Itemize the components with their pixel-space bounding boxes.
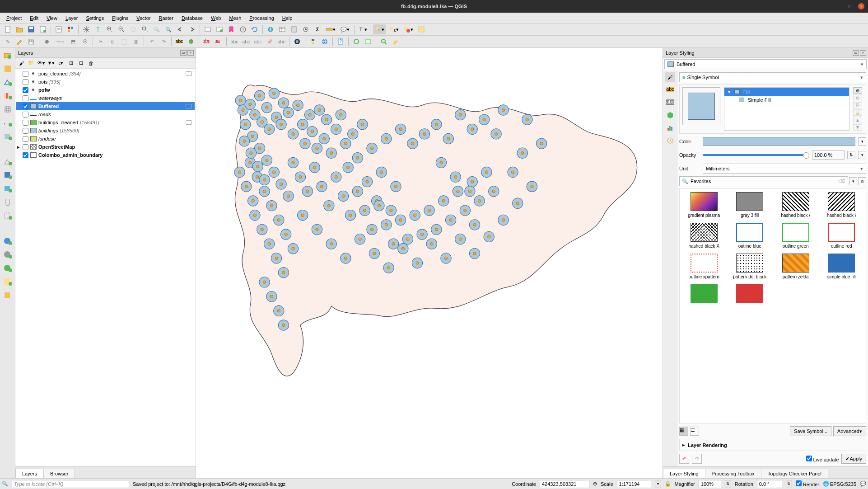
layer-row[interactable]: Buffered bbox=[16, 102, 195, 110]
layer-visibility-checkbox[interactable] bbox=[23, 136, 28, 142]
help-icon[interactable]: ? bbox=[336, 37, 345, 47]
symbol-swatch[interactable]: hashed black / bbox=[775, 192, 817, 218]
new-temp-icon[interactable] bbox=[2, 197, 13, 208]
menu-vector[interactable]: Vector bbox=[133, 14, 154, 22]
window-maximize-icon[interactable]: □ bbox=[846, 3, 853, 9]
zoom-next-icon[interactable] bbox=[187, 24, 197, 34]
maptips-icon[interactable]: 💬▾ bbox=[339, 24, 351, 34]
browser-tab[interactable]: Browser bbox=[43, 469, 75, 478]
dup-symbol-icon[interactable]: ⎘ bbox=[853, 102, 862, 108]
delete-icon[interactable]: 🗑 bbox=[131, 37, 141, 47]
qms-icon[interactable] bbox=[379, 37, 389, 47]
remove-symbol-layer-icon[interactable]: ⊖ bbox=[853, 94, 862, 101]
crs-button[interactable]: 🌐EPSG:5235 bbox=[823, 481, 856, 487]
undo-style-icon[interactable]: ↶ bbox=[679, 454, 689, 464]
new-shapefile-icon[interactable] bbox=[2, 156, 13, 167]
undo-icon[interactable]: ↶ bbox=[147, 37, 157, 47]
rotate-label-icon[interactable]: abc bbox=[241, 37, 251, 47]
opacity-step-icon[interactable]: ⇅ bbox=[847, 151, 855, 159]
add-mesh-icon[interactable] bbox=[2, 104, 13, 115]
window-minimize-icon[interactable]: — bbox=[835, 3, 841, 9]
gallery-list-icon[interactable]: ☰ bbox=[690, 427, 699, 436]
highlight-label-icon[interactable]: abc bbox=[202, 37, 212, 47]
symbol-swatch[interactable] bbox=[683, 284, 725, 305]
labels-icon[interactable]: abc bbox=[174, 37, 184, 47]
coordinate-field[interactable]: 424323,503321 bbox=[540, 480, 589, 488]
layer-row[interactable]: buildings_cleaned [158491] bbox=[16, 118, 195, 127]
filter-legend-icon[interactable]: ▼▾ bbox=[47, 59, 55, 67]
symbol-tree[interactable]: ▾ Fill Simple Fill bbox=[724, 87, 849, 131]
qms-add-icon[interactable] bbox=[391, 37, 401, 47]
layer-row[interactable]: pofw bbox=[16, 86, 195, 94]
show-bookmarks-icon[interactable] bbox=[226, 24, 236, 34]
layer-selector[interactable]: Buffered bbox=[664, 59, 867, 69]
menu-mesh[interactable]: Mesh bbox=[225, 14, 245, 22]
messages-icon[interactable]: 💬 bbox=[860, 481, 866, 487]
wfs-icon[interactable] bbox=[2, 263, 13, 274]
color-picker[interactable] bbox=[703, 137, 855, 146]
opacity-option-icon[interactable]: ▾ bbox=[858, 151, 866, 159]
menu-raster[interactable]: Raster bbox=[155, 14, 177, 22]
symbol-swatch[interactable] bbox=[729, 284, 771, 305]
wcs-icon[interactable] bbox=[2, 249, 13, 260]
layer-visibility-checkbox[interactable] bbox=[23, 112, 28, 118]
panel-float-icon[interactable]: ▭ bbox=[853, 50, 859, 56]
new-geopackage-icon[interactable] bbox=[2, 63, 13, 74]
zoom-out-icon[interactable] bbox=[117, 24, 126, 34]
menu-processing[interactable]: Processing bbox=[246, 14, 277, 22]
magnifier-field[interactable]: 100% bbox=[699, 480, 721, 488]
symbol-swatch[interactable]: gray 3 fill bbox=[729, 192, 771, 218]
add-symbol-layer-icon[interactable]: ⊕ bbox=[853, 87, 862, 94]
layer-visibility-checkbox[interactable] bbox=[23, 120, 28, 126]
new-map-view-icon[interactable] bbox=[203, 24, 213, 34]
expand-icon[interactable]: ⊞ bbox=[67, 59, 75, 67]
layers-tab[interactable]: Layers bbox=[15, 469, 44, 478]
layer-visibility-checkbox[interactable] bbox=[23, 152, 28, 158]
layer-row[interactable]: waterways bbox=[16, 94, 195, 102]
gallery-grid-icon[interactable]: ▦ bbox=[679, 427, 688, 436]
save-symbol-button[interactable]: Save Symbol... bbox=[790, 426, 831, 436]
quickosm2-icon[interactable] bbox=[363, 37, 373, 47]
layer-row[interactable]: landuse bbox=[16, 135, 195, 143]
move-feature-icon[interactable]: ⬒ bbox=[68, 37, 78, 47]
lock-scale-icon[interactable]: 🔒 bbox=[665, 481, 671, 487]
labels-tab-icon[interactable]: abc bbox=[665, 85, 675, 95]
layer-indicator-icon[interactable] bbox=[186, 120, 192, 125]
zoom-full-icon[interactable] bbox=[140, 24, 150, 34]
add-feature-icon[interactable]: ⬟ bbox=[42, 37, 52, 47]
tab-topology-checker[interactable]: Topology Checker Panel bbox=[761, 469, 828, 478]
search-filter-icon[interactable]: ▾ bbox=[849, 177, 857, 185]
new-spatialite-icon[interactable] bbox=[2, 170, 13, 181]
symbol-swatch[interactable]: outline green bbox=[775, 223, 817, 249]
paste-icon[interactable]: 📋 bbox=[119, 37, 129, 47]
pan-icon[interactable] bbox=[81, 24, 91, 34]
locator-input[interactable]: Type to locate (Ctrl+K) bbox=[12, 480, 129, 488]
filter-expr-icon[interactable]: ε▾ bbox=[57, 59, 65, 67]
layer-visibility-checkbox[interactable] bbox=[23, 95, 28, 101]
layer-visibility-checkbox[interactable] bbox=[23, 79, 28, 85]
add-csv-icon[interactable]: , bbox=[2, 118, 13, 128]
map-canvas[interactable] bbox=[196, 48, 663, 478]
cut-icon[interactable]: ✂ bbox=[96, 37, 106, 47]
move-up-icon[interactable]: ▲ bbox=[853, 117, 862, 123]
add-vector-icon[interactable] bbox=[2, 77, 13, 88]
render-checkbox[interactable]: Render bbox=[796, 480, 819, 487]
zoom-last-icon[interactable] bbox=[175, 24, 185, 34]
menu-settings[interactable]: Settings bbox=[82, 14, 107, 22]
menu-layer[interactable]: Layer bbox=[62, 14, 82, 22]
new-gpkg-icon[interactable] bbox=[2, 183, 13, 194]
3d-tab-icon[interactable] bbox=[665, 110, 675, 120]
rot-step-icon[interactable]: ⇅ bbox=[786, 480, 792, 488]
select-features-icon[interactable]: ▾ bbox=[373, 24, 386, 34]
layer-row[interactable]: roads bbox=[16, 110, 195, 118]
digitize-icon[interactable]: 〰▾ bbox=[54, 37, 66, 47]
collapse-icon[interactable]: ⊟ bbox=[77, 59, 85, 67]
open-project-icon[interactable] bbox=[14, 24, 24, 34]
new-project-icon[interactable] bbox=[3, 24, 13, 34]
layer-row[interactable]: ▸OpenStreetMap bbox=[16, 143, 195, 151]
panel-float-icon[interactable]: ▭ bbox=[180, 50, 187, 56]
layer-row[interactable]: buildings [158500] bbox=[16, 127, 195, 135]
layer-rendering-section[interactable]: ▸ Layer Rendering bbox=[679, 439, 866, 451]
redo-style-icon[interactable]: ↷ bbox=[692, 454, 702, 464]
tab-layer-styling[interactable]: Layer Styling bbox=[663, 469, 705, 478]
